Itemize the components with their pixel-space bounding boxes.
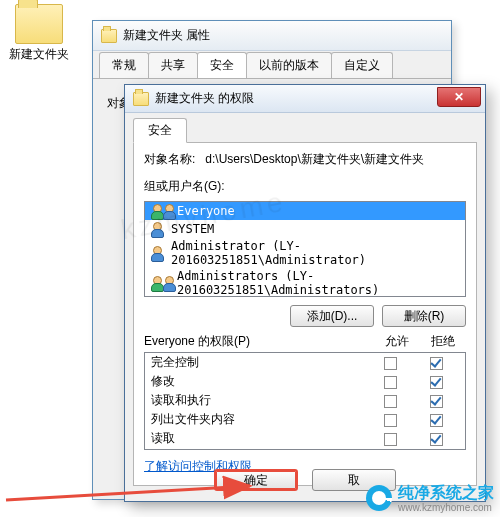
permission-name: 完全控制 [151, 354, 367, 371]
table-row: 修改 [145, 372, 465, 391]
list-item[interactable]: Administrators (LY-201603251851\Administ… [145, 268, 465, 297]
group-users-label: 组或用户名(G): [144, 178, 225, 195]
principals-list[interactable]: Everyone SYSTEM Administrator (LY-201603… [144, 201, 466, 297]
folder-icon [15, 4, 63, 44]
permissions-title: 新建文件夹 的权限 [155, 90, 254, 107]
user-icon [161, 203, 177, 219]
user-icon [161, 275, 177, 291]
user-icon [149, 245, 165, 261]
permissions-for-label: Everyone 的权限(P) [144, 333, 374, 350]
object-name-value: d:\Users\Desktop\新建文件夹\新建文件夹 [205, 151, 466, 168]
folder-icon [101, 29, 117, 43]
list-item[interactable]: Everyone [145, 202, 465, 220]
close-button[interactable]: ✕ [437, 87, 481, 107]
user-icon [149, 221, 165, 237]
tab-security-inner[interactable]: 安全 [133, 118, 187, 143]
table-row: 读取 [145, 429, 465, 448]
tab-sharing[interactable]: 共享 [148, 52, 198, 78]
brand-logo-icon [366, 485, 392, 511]
properties-titlebar[interactable]: 新建文件夹 属性 [93, 21, 451, 51]
allow-checkbox[interactable] [384, 433, 397, 446]
allow-header: 允许 [374, 333, 420, 350]
folder-icon [133, 92, 149, 106]
list-item[interactable]: Administrator (LY-201603251851\Administr… [145, 238, 465, 268]
footer-brand: 纯净系统之家 www.kzmyhome.com [366, 483, 494, 513]
brand-name: 纯净系统之家 [398, 483, 494, 504]
permissions-panel: 对象名称: d:\Users\Desktop\新建文件夹\新建文件夹 组或用户名… [133, 143, 477, 486]
deny-checkbox[interactable] [430, 395, 443, 408]
principal-name: Everyone [177, 204, 235, 218]
deny-checkbox[interactable] [430, 433, 443, 446]
tab-previous-versions[interactable]: 以前的版本 [246, 52, 332, 78]
deny-checkbox[interactable] [430, 357, 443, 370]
permission-name: 修改 [151, 373, 367, 390]
allow-checkbox[interactable] [384, 414, 397, 427]
principal-name: Administrators (LY-201603251851\Administ… [177, 269, 461, 297]
remove-button[interactable]: 删除(R) [382, 305, 466, 327]
tab-customize[interactable]: 自定义 [331, 52, 393, 78]
permission-name: 列出文件夹内容 [151, 411, 367, 428]
table-row: 读取和执行 [145, 391, 465, 410]
brand-url: www.kzmyhome.com [398, 502, 494, 513]
add-button[interactable]: 添加(D)... [290, 305, 374, 327]
principal-name: Administrator (LY-201603251851\Administr… [171, 239, 461, 267]
permissions-titlebar[interactable]: 新建文件夹 的权限 ✕ [125, 85, 485, 113]
allow-checkbox[interactable] [384, 357, 397, 370]
deny-checkbox[interactable] [430, 376, 443, 389]
permission-name: 读取 [151, 430, 367, 447]
desktop-folder-label: 新建文件夹 [9, 47, 69, 61]
object-name-label: 对象名称: [144, 151, 195, 168]
desktop-folder[interactable]: 新建文件夹 [4, 4, 74, 63]
allow-checkbox[interactable] [384, 395, 397, 408]
permissions-table: 完全控制 修改 读取和执行 列出文件夹内容 [144, 352, 466, 450]
principal-name: SYSTEM [171, 222, 214, 236]
table-row: 列出文件夹内容 [145, 410, 465, 429]
permissions-tabs: 安全 [133, 119, 477, 143]
permission-name: 读取和执行 [151, 392, 367, 409]
list-item[interactable]: SYSTEM [145, 220, 465, 238]
tab-general[interactable]: 常规 [99, 52, 149, 78]
ok-button[interactable]: 确定 [214, 469, 298, 491]
deny-checkbox[interactable] [430, 414, 443, 427]
tab-security[interactable]: 安全 [197, 52, 247, 78]
properties-title: 新建文件夹 属性 [123, 27, 210, 44]
properties-tabs: 常规 共享 安全 以前的版本 自定义 [93, 51, 451, 79]
deny-header: 拒绝 [420, 333, 466, 350]
allow-checkbox[interactable] [384, 376, 397, 389]
table-row: 完全控制 [145, 353, 465, 372]
permissions-dialog: 新建文件夹 的权限 ✕ 安全 对象名称: d:\Users\Desktop\新建… [124, 84, 486, 502]
